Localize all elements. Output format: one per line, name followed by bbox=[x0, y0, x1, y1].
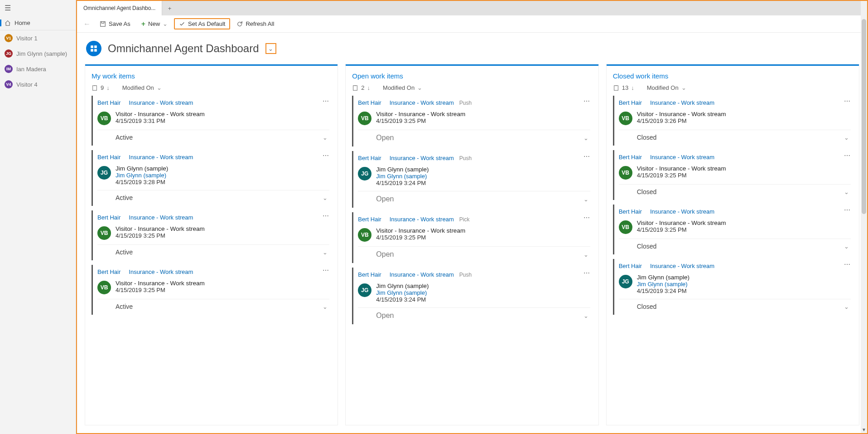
work-item-card[interactable]: ⋯Bert HairInsurance - Work streamPushJGJ… bbox=[352, 268, 592, 324]
work-item-card[interactable]: ⋯Bert HairInsurance - Work streamVBVisit… bbox=[92, 265, 331, 315]
sidebar-item-3[interactable]: V4Visitor 4 bbox=[0, 77, 76, 92]
card-date: 4/15/2019 3:25 PM bbox=[116, 287, 205, 293]
scrollbar-thumb[interactable] bbox=[862, 19, 866, 214]
chevron-down-icon[interactable]: ⌄ bbox=[323, 249, 328, 256]
work-item-card[interactable]: ⋯Bert HairInsurance - Work streamPickVBV… bbox=[352, 212, 592, 263]
work-item-card[interactable]: ⋯Bert HairInsurance - Work streamPushJGJ… bbox=[352, 151, 592, 208]
owner-link[interactable]: Bert Hair bbox=[358, 155, 381, 161]
stream-link[interactable]: Insurance - Work stream bbox=[390, 216, 454, 223]
work-item-card[interactable]: ⋯Bert HairInsurance - Work streamVBVisit… bbox=[613, 150, 853, 200]
chevron-down-icon[interactable]: ⌄ bbox=[323, 134, 328, 141]
stream-link[interactable]: Insurance - Work stream bbox=[650, 208, 714, 215]
owner-link[interactable]: Bert Hair bbox=[619, 154, 642, 161]
chevron-down-icon[interactable]: ⌄ bbox=[844, 189, 849, 195]
sort-button[interactable]: Modified On⌄ bbox=[647, 84, 686, 91]
card-more-icon[interactable]: ⋯ bbox=[844, 98, 851, 105]
stream-link[interactable]: Insurance - Work stream bbox=[129, 99, 193, 106]
sort-button[interactable]: Modified On⌄ bbox=[383, 84, 422, 91]
owner-link[interactable]: Bert Hair bbox=[358, 216, 381, 223]
card-subtitle[interactable]: Jim Glynn (sample) bbox=[376, 289, 429, 296]
card-more-icon[interactable]: ⋯ bbox=[583, 269, 590, 277]
card-date: 4/15/2019 3:25 PM bbox=[637, 172, 726, 179]
card-status-row: Active⌄ bbox=[97, 130, 329, 146]
card-date: 4/15/2019 3:25 PM bbox=[376, 117, 465, 124]
refresh-all-label: Refresh All bbox=[246, 20, 274, 27]
card-status: Closed bbox=[637, 134, 657, 141]
chevron-down-icon[interactable]: ⌄ bbox=[583, 251, 588, 258]
arrow-down-icon[interactable]: ↓ bbox=[631, 84, 634, 91]
sidebar-item-0[interactable]: V1Visitor 1 bbox=[0, 30, 76, 46]
page-header: Omnichannel Agent Dashboard ⌄ bbox=[77, 33, 867, 60]
chevron-down-icon[interactable]: ⌄ bbox=[583, 312, 588, 319]
save-as-button[interactable]: Save As bbox=[95, 19, 135, 29]
arrow-down-icon[interactable]: ↓ bbox=[106, 84, 110, 91]
owner-link[interactable]: Bert Hair bbox=[97, 268, 121, 275]
sort-label: Modified On bbox=[383, 84, 415, 91]
stream-link[interactable]: Insurance - Work stream bbox=[650, 263, 714, 269]
chevron-down-icon[interactable]: ⌄ bbox=[844, 243, 849, 250]
scroll-down-icon[interactable]: ▼ bbox=[862, 427, 866, 432]
owner-link[interactable]: Bert Hair bbox=[619, 263, 642, 269]
card-subtitle[interactable]: Jim Glynn (sample) bbox=[637, 281, 690, 288]
card-more-icon[interactable]: ⋯ bbox=[323, 267, 329, 274]
card-title: Visitor - Insurance - Work stream bbox=[637, 111, 726, 117]
stream-link[interactable]: Insurance - Work stream bbox=[129, 268, 193, 275]
card-status-row: Closed⌄ bbox=[619, 130, 851, 146]
nav-home[interactable]: Home bbox=[0, 16, 76, 30]
card-more-icon[interactable]: ⋯ bbox=[583, 98, 590, 105]
card-body: VBVisitor - Insurance - Work stream4/15/… bbox=[358, 106, 590, 127]
avatar: VB bbox=[97, 281, 111, 294]
new-button[interactable]: + New ⌄ bbox=[137, 18, 172, 30]
owner-link[interactable]: Bert Hair bbox=[97, 214, 121, 221]
sidebar-item-2[interactable]: IMIan Madera bbox=[0, 61, 76, 77]
stream-link[interactable]: Insurance - Work stream bbox=[390, 271, 454, 278]
stream-link[interactable]: Insurance - Work stream bbox=[129, 154, 193, 161]
sort-button[interactable]: Modified On⌄ bbox=[122, 84, 162, 91]
card-title: Visitor - Insurance - Work stream bbox=[376, 111, 465, 117]
stream-link[interactable]: Insurance - Work stream bbox=[650, 99, 714, 106]
chevron-down-icon[interactable]: ⌄ bbox=[323, 303, 328, 310]
card-subtitle[interactable]: Jim Glynn (sample) bbox=[116, 172, 168, 179]
card-more-icon[interactable]: ⋯ bbox=[323, 212, 329, 219]
refresh-all-button[interactable]: Refresh All bbox=[232, 19, 279, 29]
work-item-card[interactable]: ⋯Bert HairInsurance - Work streamVBVisit… bbox=[613, 205, 853, 254]
stream-link[interactable]: Insurance - Work stream bbox=[390, 99, 454, 106]
owner-link[interactable]: Bert Hair bbox=[97, 154, 121, 161]
card-subtitle[interactable]: Jim Glynn (sample) bbox=[376, 173, 429, 180]
work-item-card[interactable]: ⋯Bert HairInsurance - Work streamPushVBV… bbox=[352, 96, 592, 146]
sidebar-item-1[interactable]: JGJim Glynn (sample) bbox=[0, 46, 76, 61]
card-more-icon[interactable]: ⋯ bbox=[844, 152, 851, 159]
arrow-down-icon[interactable]: ↓ bbox=[367, 84, 371, 91]
card-more-icon[interactable]: ⋯ bbox=[323, 98, 329, 105]
stream-link[interactable]: Insurance - Work stream bbox=[129, 214, 193, 221]
tab-dashboard[interactable]: Omnichannel Agent Dashbo... bbox=[77, 1, 162, 15]
set-default-button[interactable]: Set As Default bbox=[174, 18, 230, 29]
work-item-card[interactable]: ⋯Bert HairInsurance - Work streamVBVisit… bbox=[92, 96, 331, 146]
owner-link[interactable]: Bert Hair bbox=[619, 99, 642, 106]
back-icon[interactable]: ← bbox=[81, 20, 93, 28]
chevron-down-icon[interactable]: ⌄ bbox=[323, 195, 328, 201]
chevron-down-icon[interactable]: ⌄ bbox=[844, 303, 849, 310]
card-more-icon[interactable]: ⋯ bbox=[583, 214, 590, 221]
dashboard-selector[interactable]: ⌄ bbox=[265, 43, 276, 54]
card-more-icon[interactable]: ⋯ bbox=[844, 206, 851, 214]
work-item-card[interactable]: ⋯Bert HairInsurance - Work streamVBVisit… bbox=[613, 96, 853, 146]
owner-link[interactable]: Bert Hair bbox=[619, 208, 642, 215]
work-item-card[interactable]: ⋯Bert HairInsurance - Work streamJGJim G… bbox=[613, 259, 853, 315]
owner-link[interactable]: Bert Hair bbox=[358, 271, 381, 278]
chevron-down-icon[interactable]: ⌄ bbox=[583, 196, 588, 203]
work-item-card[interactable]: ⋯Bert HairInsurance - Work streamVBVisit… bbox=[92, 210, 331, 260]
card-more-icon[interactable]: ⋯ bbox=[583, 153, 590, 160]
card-more-icon[interactable]: ⋯ bbox=[323, 152, 329, 159]
work-item-card[interactable]: ⋯Bert HairInsurance - Work streamJGJim G… bbox=[92, 150, 331, 206]
vertical-scrollbar[interactable]: ▼ bbox=[861, 1, 867, 433]
tab-add-button[interactable]: + bbox=[162, 1, 177, 15]
stream-link[interactable]: Insurance - Work stream bbox=[390, 155, 454, 161]
owner-link[interactable]: Bert Hair bbox=[97, 99, 121, 106]
chevron-down-icon[interactable]: ⌄ bbox=[844, 134, 849, 141]
stream-link[interactable]: Insurance - Work stream bbox=[650, 154, 714, 161]
hamburger-icon[interactable]: ☰ bbox=[5, 4, 11, 12]
chevron-down-icon[interactable]: ⌄ bbox=[583, 135, 588, 141]
card-more-icon[interactable]: ⋯ bbox=[844, 261, 851, 268]
owner-link[interactable]: Bert Hair bbox=[358, 99, 381, 106]
